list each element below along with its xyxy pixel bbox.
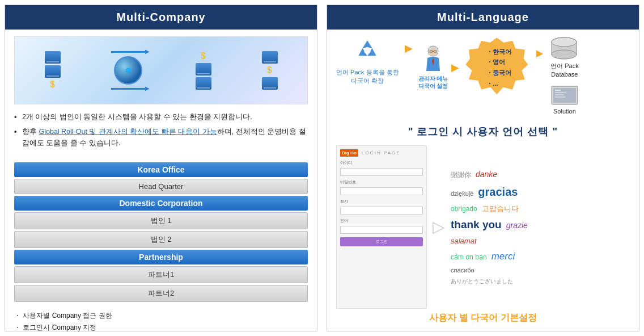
burst-item-2: ・영어 — [486, 57, 511, 68]
server-icon-3 — [196, 63, 211, 75]
lang-pack-section: 언어 Pack 등록을 통한다국어 확장 — [336, 36, 399, 86]
tree-section: Korea OfficeHead QuarterDomestic Corpora… — [14, 162, 308, 302]
tree-item-파트너1: 파트너1 — [14, 266, 308, 283]
word-merci: merci — [492, 248, 515, 266]
solution-section: Solution — [550, 85, 579, 115]
words-row-2: dziękuje gracias — [451, 182, 630, 202]
svg-point-9 — [552, 50, 577, 59]
dollar-2: $ — [201, 51, 206, 61]
bullet-link[interactable]: Global Roll-Out 및 관계사의 확산에도 빠른 대응이 가능 — [39, 128, 217, 136]
bottom-bullet-2: ・ 로그인시 Company 지정 — [14, 323, 308, 333]
bottom-right-section: Big Ho LOGIN PAGE 아이디 비밀번호 회사 언어 로그인 ▷ 謝… — [336, 145, 630, 309]
login-mockup: Big Ho LOGIN PAGE 아이디 비밀번호 회사 언어 로그인 — [336, 145, 427, 309]
word-arigatou: ありがとうございました — [451, 276, 513, 287]
arrow-large: ▷ — [433, 145, 445, 309]
bottom-label: 사용자 별 다국어 기본설정 — [336, 312, 630, 324]
server-block-3: $ — [262, 51, 278, 90]
words-row-7: спасибо — [451, 265, 630, 276]
solution-label: Solution — [553, 108, 576, 115]
words-row-3: obrigado 고맙습니다 — [451, 202, 630, 216]
bullet-dot-1: • — [14, 111, 22, 123]
words-row-1: 謝謝你 danke — [451, 167, 630, 182]
bullet-item-2: • 향후 Global Roll-Out 및 관계사의 확산에도 빠른 대응이 … — [14, 126, 308, 149]
login-header-row: Big Ho LOGIN PAGE — [340, 149, 423, 157]
bullet-text-2: 향후 Global Roll-Out 및 관계사의 확산에도 빠른 대응이 가능… — [22, 126, 308, 149]
admin-person-icon — [423, 45, 443, 74]
login-pw-field — [340, 187, 423, 195]
svg-rect-16 — [555, 96, 565, 98]
word-gamsahabnida: 고맙습니다 — [482, 202, 519, 215]
quote-section: " 로그인 시 사용자 언어 선택 " — [336, 125, 630, 138]
db-label: 언어 PackDatabase — [550, 62, 579, 79]
admin-burst-section: 관리자 메뉴다국어 설정 ▶ ・한국어 ・영어 ・중국어 ・... — [418, 36, 531, 99]
words-row-4: thank you grazie — [451, 215, 630, 234]
burst-text: ・한국어 ・영어 ・중국어 ・... — [482, 47, 511, 89]
bullet-prefix: 향후 — [22, 128, 39, 136]
bottom-bullet-1: ・ 사용자별 Company 접근 권한 — [14, 311, 308, 321]
right-panel-header: Multi-Language — [327, 5, 639, 30]
server-icon-4 — [196, 77, 211, 90]
word-salamat: salamat — [451, 234, 477, 247]
arrow-to-right: ▶ — [536, 48, 543, 58]
words-row-5: salamat — [451, 234, 630, 247]
word-xie: 謝謝你 — [451, 169, 471, 182]
login-button[interactable]: 로그인 — [340, 237, 423, 246]
login-pw-label: 비밀번호 — [340, 179, 423, 185]
network-visual: $ 🌐 $ $ — [15, 37, 307, 104]
word-spasibo: спасибо — [451, 265, 474, 276]
login-id-label: 아이디 — [340, 160, 423, 166]
tree-item-법인2: 법인 2 — [14, 231, 308, 248]
word-cloud: 謝謝你 danke dziękuje gracias obrigado 고맙습니… — [451, 145, 630, 309]
burst-shape: ・한국어 ・영어 ・중국어 ・... — [463, 36, 531, 99]
tree-item-domesticcorporation: Domestic Corporation — [14, 196, 308, 211]
quote-text: " 로그인 시 사용자 언어 선택 " — [336, 125, 630, 138]
server-icon-2 — [45, 65, 61, 78]
bullet-item-1: • 2개 이상의 법인이 동일한 시스템을 사용할 수 있는 환경을 지원합니다… — [14, 111, 308, 123]
login-logo: Big Ho — [340, 149, 358, 157]
tree-item-partnership: Partnership — [14, 250, 308, 264]
server-icon-5 — [262, 51, 278, 64]
svg-point-10 — [552, 37, 577, 47]
lang-pack-label: 언어 Pack 등록을 통한다국어 확장 — [336, 68, 399, 86]
admin-label: 관리자 메뉴다국어 설정 — [418, 75, 448, 90]
recycle-icon — [352, 36, 383, 65]
db-section: 언어 PackDatabase — [549, 36, 580, 79]
svg-point-2 — [430, 48, 437, 55]
svg-point-0 — [364, 47, 371, 54]
right-top-section: 언어 Pack 등록을 통한다국어 확장 ▶ — [336, 36, 630, 115]
words-row-6: cảm ơn bạn merci — [451, 248, 630, 266]
word-gracias: gracias — [478, 182, 518, 202]
words-row-8: ありがとうございました — [451, 276, 630, 287]
right-icons: 언어 PackDatabase Solution — [549, 36, 580, 115]
word-grazie: grazie — [506, 219, 528, 233]
admin-row: 관리자 메뉴다국어 설정 ▶ ・한국어 ・영어 ・중국어 ・... — [418, 36, 531, 99]
svg-rect-15 — [555, 94, 564, 95]
bottom-bullets: ・ 사용자별 Company 접근 권한 ・ 로그인시 Company 지정 — [14, 311, 308, 335]
right-panel-body: 언어 Pack 등록을 통한다국어 확장 ▶ — [327, 30, 639, 331]
globe-icon: 🌐 — [114, 56, 142, 85]
login-id-field — [340, 168, 423, 176]
dollar-1: $ — [50, 79, 55, 90]
burst-item-4: ・... — [486, 78, 511, 89]
login-page-text: LOGIN PAGE — [362, 150, 401, 156]
arrow-to-burst: ▶ — [405, 42, 413, 54]
tree-item-법인1: 법인 1 — [14, 212, 308, 229]
bullet-text-1: 2개 이상의 법인이 동일한 시스템을 사용할 수 있는 환경을 지원합니다. — [22, 111, 252, 123]
word-obrigado: obrigado — [451, 203, 477, 216]
server-icon-6 — [262, 77, 278, 90]
word-danke: danke — [476, 167, 497, 182]
network-image: $ 🌐 $ $ — [14, 36, 308, 104]
server-block-2: $ — [196, 51, 211, 90]
word-camontban: cảm ơn bạn — [451, 251, 487, 264]
svg-rect-13 — [555, 90, 561, 91]
left-panel: Multi-Company $ 🌐 $ — [5, 5, 317, 331]
arrow-line-1 — [111, 51, 145, 53]
burst-item-3: ・중국어 — [486, 68, 511, 78]
server-block-1: $ — [45, 51, 61, 90]
arrow-to-burst-2: ▶ — [451, 61, 459, 74]
tree-item-koreaoffice: Korea Office — [14, 162, 308, 177]
server-icon-1 — [45, 51, 61, 64]
login-lang-label: 언어 — [340, 218, 423, 224]
word-dziekuje: dziękuje — [451, 188, 473, 200]
svg-rect-14 — [555, 92, 566, 93]
